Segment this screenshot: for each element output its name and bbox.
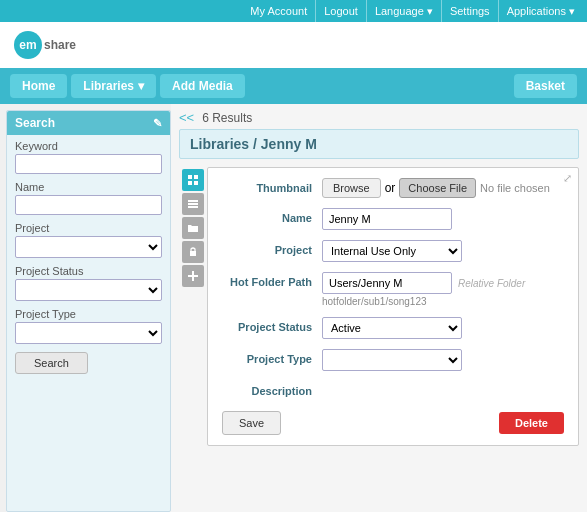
logo-text: share xyxy=(44,38,76,52)
name-group: Name xyxy=(7,176,170,217)
thumbnail-row: Thumbnail Browse or Choose File No file … xyxy=(222,178,564,198)
details-area: ⤢ Thumbnail Browse or Choose File No fil… xyxy=(179,167,579,446)
project-status-label: Project Status xyxy=(15,265,162,277)
hot-folder-top: Relative Folder xyxy=(322,272,564,294)
lock-icon-btn[interactable] xyxy=(182,241,204,263)
sidebar-header: Search ✎ xyxy=(7,111,170,135)
folder-icon xyxy=(187,222,199,234)
project-label: Project xyxy=(15,222,162,234)
svg-rect-9 xyxy=(188,275,198,277)
form-actions: Save Delete xyxy=(222,411,564,435)
project-type-control xyxy=(322,349,564,371)
nav-applications[interactable]: Applications ▾ xyxy=(499,0,583,22)
logo: em share xyxy=(14,31,76,59)
hot-folder-input[interactable] xyxy=(322,272,452,294)
project-field[interactable]: Internal Use Only xyxy=(322,240,462,262)
description-label: Description xyxy=(222,381,322,397)
hot-folder-label: Hot Folder Path xyxy=(222,272,322,288)
nav-settings[interactable]: Settings xyxy=(442,0,499,22)
home-button[interactable]: Home xyxy=(10,74,67,98)
results-bar: << 6 Results xyxy=(179,110,579,125)
project-type-group: Project Type xyxy=(7,303,170,346)
hot-folder-control: Relative Folder hotfolder/sub1/song123 xyxy=(322,272,564,307)
hot-folder-row: Hot Folder Path Relative Folder hotfolde… xyxy=(222,272,564,307)
svg-rect-2 xyxy=(188,181,192,185)
delete-button[interactable]: Delete xyxy=(499,412,564,434)
project-control: Internal Use Only xyxy=(322,240,564,262)
project-group: Project xyxy=(7,217,170,260)
lock-icon xyxy=(187,246,199,258)
logo-bar: em share xyxy=(0,22,587,68)
project-type-field-label: Project Type xyxy=(222,349,322,365)
project-type-label: Project Type xyxy=(15,308,162,320)
libraries-button[interactable]: Libraries ▾ xyxy=(71,74,156,98)
list-icon-btn[interactable] xyxy=(182,193,204,215)
project-status-field-label: Project Status xyxy=(222,317,322,333)
search-button[interactable]: Search xyxy=(15,352,88,374)
svg-rect-3 xyxy=(194,181,198,185)
content-wrapper: Search ✎ Keyword Name Project Project St… xyxy=(0,104,587,512)
side-icons xyxy=(179,167,207,446)
folder-icon-btn[interactable] xyxy=(182,217,204,239)
description-row: Description xyxy=(222,381,564,397)
grid-icon xyxy=(187,174,199,186)
form-panel: ⤢ Thumbnail Browse or Choose File No fil… xyxy=(207,167,579,446)
edit-icon[interactable]: ✎ xyxy=(153,117,162,130)
choose-file-button[interactable]: Choose File xyxy=(399,178,476,198)
back-button[interactable]: << xyxy=(179,110,194,125)
relative-folder-label: Relative Folder xyxy=(458,278,525,289)
sidebar-title: Search xyxy=(15,116,55,130)
hot-folder-sub: hotfolder/sub1/song123 xyxy=(322,296,564,307)
project-field-label: Project xyxy=(222,240,322,256)
basket-button[interactable]: Basket xyxy=(514,74,577,98)
name-field-label: Name xyxy=(222,208,322,224)
breadcrumb: Libraries / Jenny M xyxy=(179,129,579,159)
thumbnail-label: Thumbnail xyxy=(222,178,322,194)
svg-rect-6 xyxy=(188,206,198,208)
name-label: Name xyxy=(15,181,162,193)
project-type-field[interactable] xyxy=(322,349,462,371)
svg-rect-0 xyxy=(188,175,192,179)
project-status-select[interactable] xyxy=(15,279,162,301)
sidebar: Search ✎ Keyword Name Project Project St… xyxy=(6,110,171,512)
project-status-row: Project Status Active xyxy=(222,317,564,339)
svg-rect-5 xyxy=(188,203,198,205)
top-nav: My Account Logout Language ▾ Settings Ap… xyxy=(0,0,587,22)
svg-rect-4 xyxy=(188,200,198,202)
no-file-text: No file chosen xyxy=(480,182,550,194)
name-field[interactable] xyxy=(322,208,452,230)
nav-language[interactable]: Language ▾ xyxy=(367,0,442,22)
save-button[interactable]: Save xyxy=(222,411,281,435)
project-select[interactable] xyxy=(15,236,162,258)
main-nav: Home Libraries ▾ Add Media Basket xyxy=(0,68,587,104)
results-count: 6 Results xyxy=(202,111,252,125)
project-type-select[interactable] xyxy=(15,322,162,344)
expand-icon[interactable]: ⤢ xyxy=(563,172,572,185)
nav-my-account[interactable]: My Account xyxy=(242,0,316,22)
keyword-label: Keyword xyxy=(15,140,162,152)
main-panel: << 6 Results Libraries / Jenny M xyxy=(171,104,587,512)
project-status-control: Active xyxy=(322,317,564,339)
plus-icon-btn[interactable] xyxy=(182,265,204,287)
nav-logout[interactable]: Logout xyxy=(316,0,367,22)
name-input[interactable] xyxy=(15,195,162,215)
logo-icon: em xyxy=(14,31,42,59)
name-control xyxy=(322,208,564,230)
browse-button[interactable]: Browse xyxy=(322,178,381,198)
or-text: or xyxy=(385,181,396,195)
svg-rect-1 xyxy=(194,175,198,179)
project-type-row: Project Type xyxy=(222,349,564,371)
project-status-field[interactable]: Active xyxy=(322,317,462,339)
project-status-group: Project Status xyxy=(7,260,170,303)
list-icon xyxy=(187,198,199,210)
name-row: Name xyxy=(222,208,564,230)
add-media-button[interactable]: Add Media xyxy=(160,74,245,98)
plus-icon xyxy=(187,270,199,282)
svg-rect-7 xyxy=(190,251,196,256)
project-row: Project Internal Use Only xyxy=(222,240,564,262)
thumbnail-control: Browse or Choose File No file chosen xyxy=(322,178,564,198)
chevron-down-icon: ▾ xyxy=(138,79,144,93)
keyword-input[interactable] xyxy=(15,154,162,174)
grid-icon-btn[interactable] xyxy=(182,169,204,191)
keyword-group: Keyword xyxy=(7,135,170,176)
